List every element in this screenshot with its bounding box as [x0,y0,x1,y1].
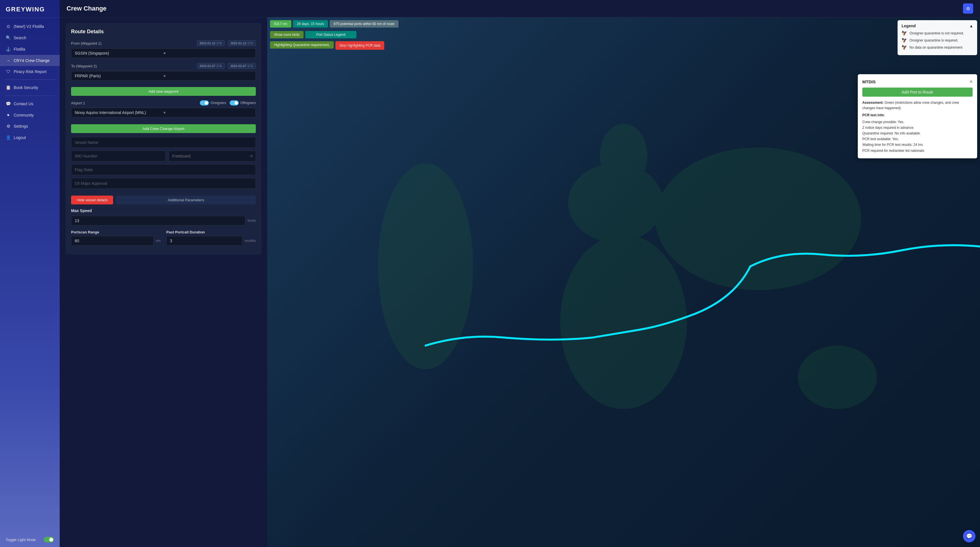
airport-label: Airport 1 [71,101,200,105]
pcr-line: PCR test available: Yes. [862,137,973,142]
sidebar-item-book-security[interactable]: 📋 Book Security [0,82,60,93]
sidebar-item-community[interactable]: ♥ Community [0,110,60,121]
pcr-line: Waiting time for PCR test results: 24 hr… [862,142,973,148]
onsigners-toggle[interactable] [200,100,209,105]
pcr-lines: Crew change possible: Yes.2 notice days … [862,120,973,153]
legend-item-1: 🦅 Onsigner quarantine is required. [902,38,973,43]
show-more-birds-button[interactable]: Show more birds [270,31,304,38]
bird-yellow-icon: 🦅 [902,38,907,43]
user-icon: 👤 [6,135,11,140]
hide-vessel-button[interactable]: Hide vessel details [71,196,113,204]
mtdis-close-button[interactable]: × [969,79,973,85]
vessel-name-input[interactable] [71,137,256,148]
ports-text: 875 potential ports within 60 nm of rout… [330,20,398,27]
divider [5,96,55,96]
imo-input[interactable] [71,151,166,161]
additional-params-button[interactable]: Additional Parameters [116,196,256,204]
heart-icon: ♥ [6,113,11,117]
stop-highlight-button[interactable]: Stop highlighting PCR data [336,41,384,50]
sidebar-item-label: Piracy Risk Report [14,69,47,74]
portscan-input[interactable] [71,236,153,246]
max-speed-section: Max Speed knots [71,208,256,225]
from-input[interactable]: SGSIN (Singapore) × [71,48,256,58]
to-input[interactable]: FRPAR (Paris) × [71,71,256,81]
svg-point-2 [655,148,861,290]
map-canvas: 8317 nm 26 days, 15 hours 875 potential … [267,18,980,547]
flag-state-input[interactable] [71,164,256,175]
light-mode-toggle[interactable] [44,537,54,542]
map-top-bar: 8317 nm 26 days, 15 hours 875 potential … [270,20,418,50]
chat-button[interactable]: 💬 [963,530,975,542]
from-waypoint-header: From (Waypoint 1) 2022-01-12 ETA 2022-01… [71,40,256,46]
divider [5,79,55,80]
freeboard-input[interactable] [169,151,256,161]
clear-airport-icon[interactable]: × [164,110,252,115]
sidebar-item-flotilla[interactable]: ⚓ Flotilla [0,43,60,55]
offsigners-label: Offsigners [240,101,256,105]
mtdis-body: Assessment: Green (restrictions allow cr… [862,100,973,153]
params-row: Portscan Range nm Past Portcall Duration… [71,230,256,246]
sidebar-item-label: Settings [14,124,28,129]
offsigners-toggle[interactable] [230,100,239,105]
sidebar-item-label: Logout [14,136,26,140]
sidebar-item-crew-change[interactable]: → CRY4 Crew Change [0,55,60,66]
route-details-title: Route Details [71,29,256,35]
airport-input[interactable]: Ninoy Aquino International Airport (MNL)… [71,108,256,117]
gear-icon: ⚙ [966,6,970,11]
to-waypoint-label: To (Waypoint 2) [71,64,195,68]
map-area: 8317 nm 26 days, 15 hours 875 potential … [267,18,980,547]
nm-label: nm [156,239,161,243]
page-title: Crew Change [67,5,107,12]
freeboard-input-wrap: m [169,151,256,161]
sidebar-item-piracy[interactable]: 🛡 Piracy Risk Report [0,66,60,77]
past-portcall-label: Past Portcall Duration [166,230,256,234]
to-etd-badge: 2022-02-07 ETD [228,63,256,69]
offsigners-toggle-group: Offsigners [230,100,256,105]
add-airport-button[interactable]: Add Crew Change Airport [71,124,256,133]
legend-collapse-icon[interactable]: ▲ [969,24,973,28]
app-logo: GREYWING [0,0,60,18]
max-speed-input[interactable] [71,216,245,225]
mtdis-title: MTDIS [862,79,876,84]
sidebar-item-settings[interactable]: ⚙ Settings [0,121,60,132]
bird-gray-icon: 🦅 [902,45,907,50]
sidebar-item-search[interactable]: 🔍 Search [0,32,60,43]
sidebar-item-contact-us[interactable]: 💬 Contact Us [0,98,60,110]
pcr-line: Quarantine required: No info available. [862,131,973,136]
clear-from-icon[interactable]: × [164,51,252,56]
port-status-legend-button[interactable]: Port Status Legend [305,31,356,38]
content-area: Route Details From (Waypoint 1) 2022-01-… [60,18,980,547]
oil-major-input[interactable] [71,178,256,189]
highlight-row: Highlighting Quarantine requirement, [270,41,334,49]
book-icon: 📋 [6,85,11,90]
from-etd-badge: 2022-01-12 ETD [228,40,256,46]
bird-green-icon: 🦅 [902,30,907,36]
clear-to-icon[interactable]: × [164,73,252,78]
stop-highlight-row: Stop highlighting PCR data [336,41,384,50]
sidebar-item-label: Search [14,35,26,40]
pcr-label: PCR test info: [862,113,973,118]
main: Crew Change ⚙ Route Details From (Waypoi… [60,0,980,547]
portscan-group: Portscan Range nm [71,230,161,246]
portscan-input-wrap: nm [71,236,161,246]
sidebar-item-label: Community [14,113,34,117]
svg-point-0 [560,234,687,409]
settings-button[interactable]: ⚙ [963,3,973,14]
past-portcall-input[interactable] [166,236,242,246]
ports-row: 875 potential ports within 60 nm of rout… [330,20,398,27]
svg-point-3 [378,163,473,370]
sidebar: GREYWING ⊙ (New!) V2 Flotilla 🔍 Search ⚓… [0,0,60,547]
svg-point-5 [600,124,647,187]
add-port-to-route-button[interactable]: Add Port to Route [862,88,973,97]
mtdis-header: MTDIS × [862,79,973,85]
add-waypoint-button[interactable]: Add new waypoint [71,87,256,96]
pcr-line: Crew change possible: Yes. [862,120,973,125]
months-label: months [245,239,256,243]
sidebar-item-logout[interactable]: 👤 Logout [0,132,60,143]
portscan-label: Portscan Range [71,230,161,234]
sidebar-item-label: Book Security [14,85,38,90]
circle-icon: ⊙ [6,24,11,29]
sidebar-item-new-v2[interactable]: ⊙ (New!) V2 Flotilla [0,21,60,32]
highlight-quarantine-button[interactable]: Highlighting Quarantine requirement, [270,41,334,49]
sidebar-item-label: CRY4 Crew Change [14,58,50,63]
